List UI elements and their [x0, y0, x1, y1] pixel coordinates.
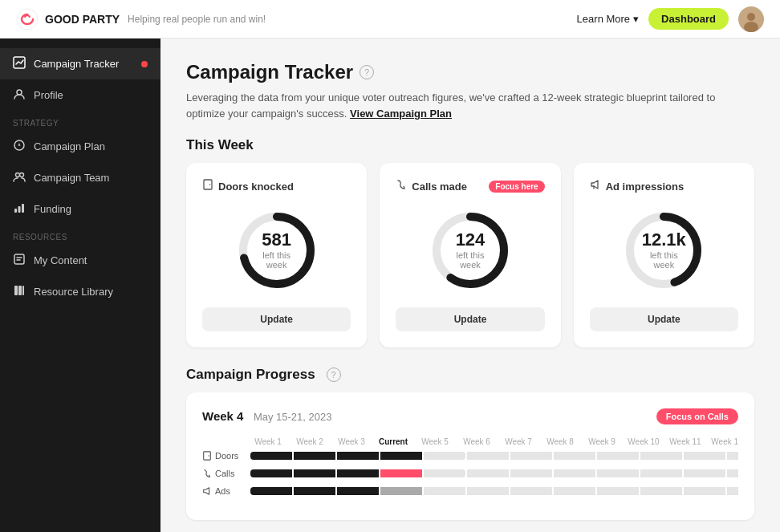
nav-right: Learn More ▾ Dashboard	[577, 6, 764, 32]
card-header-doors: Doors knocked	[202, 179, 351, 193]
sidebar: Campaign Tracker Profile Strategy Campai…	[0, 39, 160, 532]
page-header: Campaign Tracker ? Leveraging the data f…	[186, 61, 754, 121]
calls-made-label: Calls made	[412, 181, 467, 193]
ads-seg-1	[250, 487, 292, 495]
view-campaign-plan-link[interactable]: View Campaign Plan	[350, 108, 452, 120]
doors-knocked-card: Doors knocked 581 left this week Update	[186, 163, 367, 347]
help-icon[interactable]: ?	[360, 65, 374, 79]
card-title-row-ads: Ad impressions	[590, 179, 685, 193]
week-header-2: Week 2	[289, 437, 331, 446]
doors-seg-9	[597, 452, 639, 460]
week-header-5: Week 5	[414, 437, 456, 446]
timeline-label-ads: Ads	[202, 486, 250, 496]
svg-rect-24	[204, 452, 211, 460]
progress-help-icon[interactable]: ?	[327, 368, 341, 382]
chevron-down-icon: ▾	[633, 13, 639, 25]
ads-seg-5	[424, 487, 465, 495]
main-content: Campaign Tracker ? Leveraging the data f…	[160, 39, 780, 532]
sidebar-item-campaign-tracker[interactable]: Campaign Tracker	[0, 48, 160, 79]
ads-segments	[250, 487, 738, 495]
calls-seg-7	[510, 469, 552, 477]
doors-seg-7	[510, 452, 552, 460]
focus-here-badge: Focus here	[489, 181, 544, 193]
calls-row-text: Calls	[215, 469, 234, 478]
ads-update-button[interactable]: Update	[590, 307, 738, 331]
dashboard-button[interactable]: Dashboard	[648, 8, 729, 30]
week-label: Week 4	[202, 409, 243, 423]
progress-header: Week 4 May 15-21, 2023 Focus on Calls	[202, 408, 738, 424]
doors-seg-12	[727, 452, 738, 460]
calls-seg-9	[597, 469, 639, 477]
notification-badge	[141, 61, 148, 67]
ads-row-text: Ads	[215, 486, 230, 496]
page-description: Leveraging the data from your unique vot…	[186, 90, 748, 121]
doors-seg-6	[467, 452, 509, 460]
timeline-row-doors: Doors	[202, 451, 738, 461]
svg-rect-15	[22, 286, 24, 295]
top-navigation: GOOD PARTY Helping real people run and w…	[0, 0, 780, 39]
library-icon	[13, 284, 26, 299]
doors-knocked-label: Doors knocked	[218, 181, 294, 193]
sidebar-item-campaign-plan[interactable]: Campaign Plan	[0, 131, 160, 162]
doors-knocked-value: 581	[254, 231, 299, 249]
svg-rect-9	[14, 209, 17, 213]
timeline-grid: Week 1 Week 2 Week 3 Current Week 5 Week…	[202, 437, 738, 504]
content-icon	[13, 253, 26, 268]
ads-seg-11	[684, 487, 725, 495]
sidebar-item-my-content[interactable]: My Content	[0, 245, 160, 276]
calls-made-donut: 124 left this week	[426, 206, 514, 294]
chart-icon	[13, 56, 26, 71]
sidebar-label-profile: Profile	[34, 89, 63, 101]
timeline-row-calls: Calls	[202, 469, 738, 478]
week-headers: Week 1 Week 2 Week 3 Current Week 5 Week…	[202, 437, 738, 446]
avatar[interactable]	[738, 6, 764, 32]
svg-point-17	[209, 184, 211, 185]
week-header-current: Current	[372, 437, 414, 446]
svg-rect-16	[204, 180, 212, 189]
tagline: Helping real people run and win!	[128, 14, 266, 25]
doors-knocked-sublabel: left this week	[254, 250, 299, 270]
week-header-11: Week 11	[664, 437, 706, 446]
ads-seg-3	[337, 487, 379, 495]
calls-update-button[interactable]: Update	[396, 307, 544, 331]
ads-seg-8	[554, 487, 595, 495]
doors-seg-1	[250, 452, 292, 460]
doors-update-button[interactable]: Update	[202, 307, 351, 331]
sidebar-label-my-content: My Content	[34, 254, 87, 266]
learn-more-button[interactable]: Learn More ▾	[577, 13, 639, 25]
calls-made-value: 124	[448, 231, 492, 249]
sidebar-item-resource-library[interactable]: Resource Library	[0, 276, 160, 307]
calls-seg-6	[467, 469, 509, 477]
svg-rect-12	[14, 254, 24, 264]
card-title-row-doors: Doors knocked	[202, 179, 294, 193]
sidebar-label-campaign-plan: Campaign Plan	[34, 140, 105, 152]
week-header-9: Week 9	[581, 437, 623, 446]
doors-seg-8	[554, 452, 595, 460]
doors-segments	[250, 452, 738, 460]
week-info: Week 4 May 15-21, 2023	[202, 409, 331, 424]
calls-seg-5	[424, 469, 465, 477]
ad-impressions-card: Ad impressions 12.1k left this week Upda…	[574, 163, 754, 347]
calls-seg-1	[250, 469, 292, 477]
svg-rect-14	[18, 286, 22, 295]
page-title: Campaign Tracker	[186, 61, 353, 83]
svg-rect-11	[22, 204, 24, 213]
week-header-7: Week 7	[498, 437, 539, 446]
svg-rect-13	[14, 286, 18, 295]
campaign-progress-section: Campaign Progress ? Week 4 May 15-21, 20…	[186, 367, 754, 520]
sidebar-item-funding[interactable]: Funding	[0, 193, 160, 225]
svg-point-2	[747, 13, 755, 21]
card-header-ads: Ad impressions	[590, 179, 738, 193]
logo: GOOD PARTY	[16, 8, 120, 30]
campaign-progress-label: Campaign Progress	[186, 367, 315, 383]
timeline-row-ads: Ads	[202, 486, 738, 496]
week-header-6: Week 6	[456, 437, 498, 446]
doors-seg-10	[640, 452, 682, 460]
user-icon	[13, 87, 26, 103]
sidebar-item-profile[interactable]: Profile	[0, 79, 160, 111]
calls-seg-10	[640, 469, 682, 477]
calls-seg-3	[337, 469, 379, 477]
sidebar-item-campaign-team[interactable]: Campaign Team	[0, 162, 160, 193]
week-header-1: Week 1	[247, 437, 289, 446]
phone-icon	[396, 179, 407, 193]
